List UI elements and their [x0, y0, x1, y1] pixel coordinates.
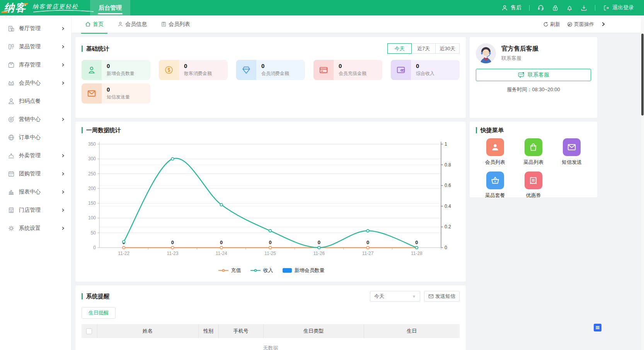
svg-text:0: 0 — [445, 245, 447, 250]
select-all-checkbox[interactable] — [86, 328, 92, 334]
service-title: 官方售后客服 — [501, 45, 538, 53]
tab-home[interactable]: 首页 — [81, 15, 107, 33]
chevron-right-icon[interactable] — [601, 22, 605, 26]
legend-new-members[interactable]: 新增会员数量 — [283, 267, 325, 274]
customer-service-card: 官方售后客服 联系客服 联系客服 服务时间：08:30~20:00 — [470, 37, 597, 118]
sidebar-item-stores[interactable]: 门店管理 — [0, 201, 71, 219]
inventory-box-icon — [8, 61, 15, 68]
chevron-right-icon — [61, 208, 65, 212]
calendar-icon — [8, 170, 15, 177]
legend-income[interactable]: 收入 — [250, 267, 273, 274]
aftersale-button[interactable]: 售后 — [501, 4, 521, 11]
chat-icon — [518, 71, 525, 78]
service-subtitle: 联系客服 — [501, 55, 538, 62]
quick-member-list[interactable]: 会员列表 — [476, 138, 514, 166]
chevron-right-icon — [61, 226, 65, 230]
headset-icon[interactable] — [537, 4, 544, 11]
list-glyph — [596, 327, 600, 328]
person-icon — [486, 138, 504, 156]
col-birthday: 生日 — [364, 324, 460, 338]
stat-member-spend: 0会员消费金额 — [236, 60, 305, 80]
logout-button[interactable]: 退出登录 — [603, 4, 634, 11]
lock-icon[interactable] — [552, 5, 559, 11]
floating-widget-button[interactable] — [594, 324, 601, 331]
svg-text:0: 0 — [220, 240, 223, 245]
stat-value: 0 — [107, 87, 150, 92]
svg-text:11-27: 11-27 — [362, 251, 374, 256]
svg-text:0: 0 — [415, 240, 418, 245]
sidebar-item-orders[interactable]: 订单中心 — [0, 128, 71, 146]
filter-today[interactable]: 今天 — [387, 43, 412, 54]
birthday-reminder-tab[interactable]: 生日提醒 — [82, 307, 116, 319]
quick-dish-combo[interactable]: 菜品套餐 — [476, 172, 514, 199]
sidebar-item-inventory[interactable]: 库存管理 — [0, 56, 71, 74]
table-header-row: 姓名 性别 手机号 生日类型 生日 — [82, 324, 460, 338]
svg-text:150: 150 — [88, 200, 96, 206]
sidebar-item-groupbuy[interactable]: 团购管理 — [0, 165, 71, 183]
logout-icon — [603, 5, 610, 11]
scrollbar-thumb[interactable] — [641, 34, 644, 116]
stat-value: 0 — [107, 63, 150, 69]
reminder-date-select[interactable]: 今天 ▼ — [370, 291, 420, 302]
bank-card-icon — [313, 60, 334, 80]
sidebar-item-restaurant[interactable]: 餐厅管理 — [0, 19, 71, 37]
svg-text:250: 250 — [88, 171, 96, 177]
svg-text:300: 300 — [88, 156, 96, 161]
send-sms-button[interactable]: 发送短信 — [424, 291, 460, 302]
home-icon — [85, 21, 91, 27]
refresh-icon — [543, 22, 549, 27]
sidebar-item-scan-order[interactable]: 扫码点餐 — [0, 92, 71, 110]
stat-label: 短信发送量 — [107, 94, 150, 100]
weekly-chart-svg: 05010015020025030035000.20.40.60.8111-22… — [82, 136, 460, 267]
svg-text:350: 350 — [88, 141, 96, 147]
svg-text:0: 0 — [318, 240, 320, 245]
quick-sms-send[interactable]: 短信发送 — [553, 138, 591, 166]
sidebar-item-settings[interactable]: 系统设置 — [0, 219, 71, 237]
envelope-icon — [563, 138, 581, 156]
sidebar-item-reports[interactable]: 报表中心 — [0, 183, 71, 201]
svg-text:11-25: 11-25 — [264, 251, 276, 256]
sidebar-item-members[interactable]: 会员中心 — [0, 74, 71, 92]
svg-text:0.2: 0.2 — [445, 224, 451, 229]
legend-recharge[interactable]: 充值 — [218, 267, 241, 274]
page-ops-button[interactable]: 页面操作 — [567, 21, 594, 28]
svg-text:100: 100 — [88, 215, 96, 221]
legend-bar-icon — [283, 268, 292, 273]
coupon-icon — [525, 172, 542, 189]
header-divider — [595, 5, 595, 11]
target-icon — [8, 116, 15, 123]
filter-7days[interactable]: 近7天 — [411, 43, 436, 54]
chevron-right-icon — [61, 81, 65, 85]
quick-menu-card: 快捷菜单 会员列表 菜品列表 — [470, 122, 597, 197]
filter-30days[interactable]: 近30天 — [435, 43, 460, 54]
stat-total-income: 0综合收入 — [391, 60, 460, 80]
globe-icon — [8, 134, 15, 141]
logo-accent2 — [24, 3, 28, 5]
sidebar-item-takeout[interactable]: 外卖管理 — [0, 146, 71, 165]
bell-icon[interactable] — [566, 5, 573, 11]
svg-text:0: 0 — [269, 240, 271, 245]
sidebar-item-label: 团购管理 — [19, 170, 61, 177]
stats-filter-group: 今天 近7天 近30天 — [388, 43, 460, 54]
download-icon[interactable] — [581, 5, 587, 11]
sidebar-item-label: 菜品管理 — [19, 43, 61, 50]
storefront-icon — [8, 207, 15, 214]
stat-walkin-spend: 0散客消费金额 — [159, 60, 228, 80]
sidebar-item-label: 外卖管理 — [19, 152, 61, 159]
quick-dish-list[interactable]: 菜品列表 — [514, 138, 552, 166]
refresh-button[interactable]: 刷新 — [543, 21, 560, 28]
nav-tab-backend[interactable]: 后台管理 — [90, 0, 130, 15]
contact-service-button[interactable]: 联系客服 — [476, 69, 591, 81]
service-hours: 服务时间：08:30~20:00 — [476, 86, 591, 93]
service-agent-avatar — [476, 43, 496, 63]
chart-legend: 充值 收入 新增会员数量 — [82, 267, 461, 274]
col-phone: 手机号 — [218, 324, 263, 338]
quick-coupon[interactable]: 优惠券 — [514, 172, 552, 199]
sidebar: 餐厅管理 菜品管理 库存管理 会员中心 扫码点餐 营销中心 订单中心 外卖管理 … — [0, 15, 72, 350]
sidebar-item-marketing[interactable]: 营销中心 — [0, 110, 71, 128]
legend-line-icon — [250, 270, 261, 271]
tab-member-info[interactable]: 会员信息 — [114, 15, 151, 33]
tab-member-list[interactable]: 会员列表 — [157, 15, 194, 33]
sidebar-item-dishes[interactable]: 菜品管理 — [0, 37, 71, 56]
stat-value: 0 — [184, 63, 228, 69]
